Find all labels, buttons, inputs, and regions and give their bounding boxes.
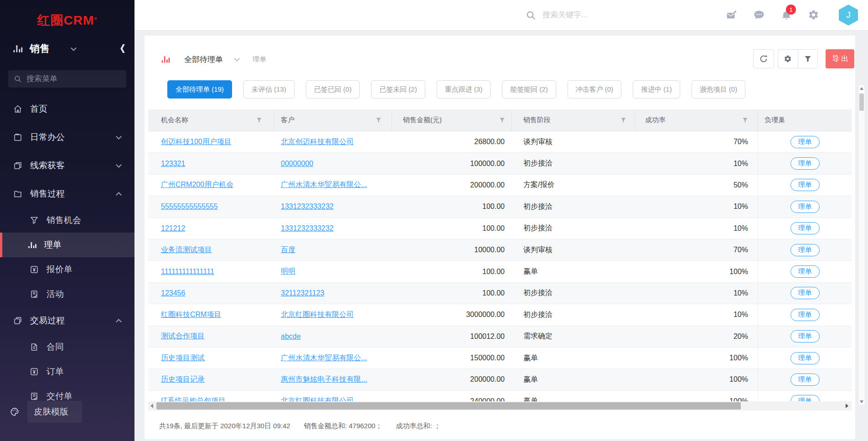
mail-icon[interactable] — [726, 9, 738, 21]
opportunity-link[interactable]: 123321 — [161, 160, 185, 167]
sidebar-item[interactable]: 线索获客 — [0, 151, 134, 180]
column-filter-funnel-icon[interactable] — [376, 117, 382, 123]
customer-link[interactable]: abcde — [281, 332, 301, 340]
global-search-input[interactable] — [542, 10, 615, 20]
chevron-down-icon[interactable] — [71, 45, 77, 51]
filter-tab[interactable]: 已签未回 (2) — [371, 80, 425, 99]
customer-link[interactable]: 北京红圈科技有限公司 — [281, 311, 354, 318]
customer-link[interactable]: 广州水清木华贸易有限公... — [281, 181, 367, 188]
opportunity-link[interactable]: 55555555555555 — [161, 202, 218, 210]
sidebar-item[interactable]: 理单 — [0, 233, 134, 257]
sidebar-item[interactable]: 日常办公 — [0, 123, 134, 151]
sidebar-item[interactable]: 活动 — [0, 282, 134, 306]
opportunity-link[interactable]: 创迈科技100用户项目 — [161, 138, 232, 145]
customer-link[interactable]: 明明 — [281, 267, 295, 275]
filter-funnel-icon[interactable] — [798, 50, 818, 68]
sidebar-item[interactable]: 报价单 — [0, 257, 134, 282]
customer-link[interactable]: 百度 — [281, 246, 295, 254]
horizontal-scroll-thumb[interactable] — [156, 402, 741, 410]
column-header[interactable]: 销售阶段 — [512, 109, 635, 131]
lidan-action-button[interactable]: 理单 — [790, 330, 820, 342]
scroll-right-arrow-icon[interactable] — [843, 404, 851, 408]
sidebar-module-header[interactable]: 销售 《 — [0, 36, 134, 61]
lidan-action-button[interactable]: 理单 — [790, 265, 820, 278]
column-filter-funnel-icon[interactable] — [256, 117, 262, 123]
opportunity-link[interactable]: 业务流测试项目 — [161, 246, 212, 254]
vertical-scrollbar[interactable] — [858, 84, 865, 406]
opportunity-link[interactable]: 测试合作项目 — [161, 332, 205, 340]
sidebar-item[interactable]: 首页 — [0, 95, 134, 123]
lidan-action-button[interactable]: 理单 — [790, 309, 820, 321]
chat-icon[interactable] — [753, 9, 765, 21]
vertical-scroll-thumb[interactable] — [859, 93, 864, 111]
export-button[interactable]: 导出 — [826, 49, 854, 68]
search-icon — [14, 75, 22, 83]
sidebar-item[interactable]: 合同 — [0, 335, 134, 359]
lidan-action-button[interactable]: 理单 — [790, 395, 820, 401]
column-header[interactable]: 客户 — [274, 109, 392, 131]
scroll-left-arrow-icon[interactable] — [148, 404, 155, 408]
column-filter-funnel-icon[interactable] — [499, 117, 505, 123]
view-title-chevron-icon[interactable] — [234, 56, 240, 62]
search-icon[interactable] — [526, 10, 536, 21]
filter-tab[interactable]: 已签已回 (0) — [306, 80, 360, 99]
lidan-action-button[interactable]: 理单 — [790, 179, 820, 191]
filter-tab[interactable]: 未评估 (13) — [243, 80, 294, 99]
collapse-sidebar-icon[interactable]: 《 — [115, 42, 124, 55]
customer-link[interactable]: 惠州市魅炫电子科技有限... — [281, 375, 367, 383]
sidebar-item[interactable]: 交易过程 — [0, 306, 134, 335]
column-header-label: 销售金额(元) — [403, 116, 442, 125]
opportunity-link[interactable]: 历史项目记录 — [161, 375, 205, 383]
scroll-down-arrow-icon[interactable] — [858, 398, 865, 405]
customer-link[interactable]: 00000000 — [281, 160, 313, 167]
notifications-bell-icon[interactable]: 1 — [780, 9, 792, 21]
column-filter-funnel-icon[interactable] — [742, 117, 748, 123]
customer-link[interactable]: 1331232333232 — [281, 202, 334, 210]
view-title[interactable]: 全部待理单 — [184, 54, 223, 65]
sidebar-item[interactable]: 订单 — [0, 359, 134, 384]
sidebar-search[interactable] — [8, 70, 126, 88]
column-filter-funnel-icon[interactable] — [620, 117, 626, 123]
column-settings-gear-icon[interactable] — [778, 50, 798, 68]
sidebar-item-skin-template[interactable]: 皮肤模版 — [0, 401, 134, 423]
opportunity-link[interactable]: 111111111111111 — [161, 268, 214, 275]
column-header[interactable]: 销售金额(元) — [392, 109, 512, 131]
lidan-action-button[interactable]: 理单 — [790, 157, 820, 170]
filter-tab[interactable]: 能签能回 (2) — [502, 80, 556, 99]
customer-link[interactable]: 北京红圈科技有限公司 — [281, 397, 354, 401]
horizontal-scrollbar[interactable] — [148, 401, 852, 410]
lidan-action-button[interactable]: 理单 — [790, 222, 820, 234]
refresh-button[interactable] — [753, 49, 774, 68]
opportunity-link[interactable]: 历史项目测试 — [161, 354, 205, 362]
filter-tab[interactable]: 濒危项目 (0) — [692, 80, 746, 99]
user-avatar[interactable]: J — [839, 5, 858, 26]
lidan-action-button[interactable]: 理单 — [790, 136, 820, 148]
opportunity-link[interactable]: 121212 — [161, 224, 185, 232]
customer-link[interactable]: 广州水清木华贸易有限公... — [281, 354, 367, 362]
filter-tab[interactable]: 全部待理单 (19) — [167, 80, 232, 99]
column-header[interactable]: 成功率 — [635, 109, 758, 131]
opportunity-link[interactable]: 红圈科技CRM项目 — [161, 311, 221, 318]
filter-tab[interactable]: 重点跟进 (3) — [437, 80, 491, 99]
opportunity-link[interactable]: 123456 — [161, 289, 185, 297]
sidebar-item[interactable]: 销售过程 — [0, 180, 134, 208]
opportunity-link[interactable]: IT系统采购总包项目 — [161, 397, 226, 401]
settings-gear-icon[interactable] — [808, 9, 820, 21]
customer-link[interactable]: 32112321123 — [281, 289, 325, 297]
lidan-action-button[interactable]: 理单 — [790, 352, 820, 364]
lidan-action-button[interactable]: 理单 — [790, 374, 820, 386]
column-header[interactable]: 负瓔巢 — [758, 109, 852, 131]
lidan-action-button[interactable]: 理单 — [790, 244, 820, 256]
scroll-up-arrow-icon[interactable] — [858, 85, 865, 92]
customer-link[interactable]: 1331232333232 — [281, 224, 334, 232]
lidan-action-button[interactable]: 理单 — [790, 201, 820, 213]
sidebar-search-input[interactable] — [26, 74, 118, 83]
lidan-action-button[interactable]: 理单 — [790, 287, 820, 299]
global-search[interactable] — [526, 0, 615, 30]
sidebar-item[interactable]: 销售机会 — [0, 208, 134, 233]
customer-link[interactable]: 北京创迈科技有限公司 — [281, 138, 354, 145]
opportunity-link[interactable]: 广州CRM200用户机会 — [161, 181, 233, 188]
filter-tab[interactable]: 推进中 (1) — [633, 80, 680, 99]
column-header[interactable]: 机会名称 — [148, 109, 274, 131]
filter-tab[interactable]: 冲击客户 (0) — [568, 80, 622, 99]
